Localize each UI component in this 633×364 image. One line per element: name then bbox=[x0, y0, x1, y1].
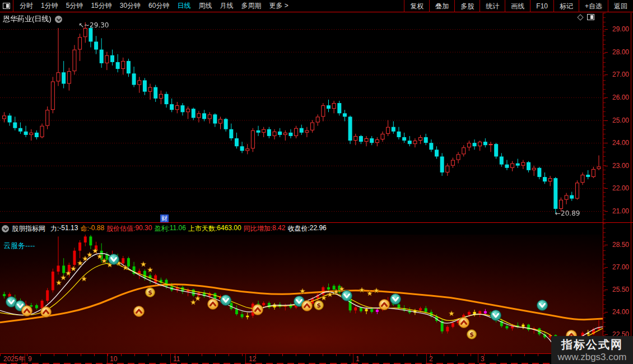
indicator-field-value: 8.42 bbox=[272, 224, 285, 234]
low-price-annotation: ←20.89 bbox=[555, 209, 580, 217]
indicator-field-label: 力: bbox=[50, 224, 59, 234]
indicator-field-value: 11.06 bbox=[170, 224, 186, 234]
action-menu-item[interactable]: F10 bbox=[530, 0, 553, 12]
period-menu-item[interactable]: 更多 > bbox=[265, 1, 292, 11]
price-scale: 29.0028.0027.0026.0025.0024.0023.0022.00… bbox=[603, 13, 633, 353]
chart-corner-icons bbox=[578, 14, 594, 20]
pane-divider bbox=[0, 222, 633, 223]
period-menu-item[interactable]: 5分钟 bbox=[62, 1, 87, 11]
axis-month-label: 10 bbox=[110, 354, 117, 363]
indicator-field-value: 6463.00 bbox=[217, 224, 241, 234]
split-pane-icon[interactable] bbox=[587, 14, 594, 20]
period-menu-item[interactable]: 15分钟 bbox=[87, 1, 115, 11]
main-scale-label: 26.00 bbox=[604, 93, 629, 102]
peak-price-annotation: ↖~29.30 bbox=[78, 21, 109, 29]
action-menu-item[interactable]: 返回 bbox=[608, 0, 633, 12]
main-scale-label: 21.00 bbox=[604, 207, 629, 216]
axis-month-label: 2 bbox=[429, 354, 433, 363]
indicator-scale-label: 28.50 bbox=[604, 240, 629, 249]
chart-right-border bbox=[603, 13, 603, 363]
period-menu-item[interactable]: 多周期 bbox=[237, 1, 265, 11]
period-menu-item[interactable]: 日线 bbox=[173, 1, 194, 11]
indicator-field-label: 同比增加: bbox=[244, 224, 272, 234]
axis-month-label: 9 bbox=[28, 354, 32, 363]
action-menu-item[interactable]: 叠加 bbox=[429, 0, 454, 12]
axis-month-separator bbox=[107, 354, 108, 363]
top-menubar: 分时1分钟5分钟15分钟30分钟60分钟日线周线月线多周期更多 > 复权叠加多股… bbox=[0, 0, 633, 12]
action-menu-item[interactable]: 标记 bbox=[553, 0, 579, 12]
main-scale-label: 28.00 bbox=[604, 48, 629, 57]
news-tag[interactable]: 财 bbox=[160, 214, 169, 222]
indicator-field: 上市天数: 6463.00 bbox=[188, 224, 241, 234]
symbol-name: 恩华药业(日线) bbox=[3, 14, 52, 24]
divider bbox=[13, 0, 13, 12]
main-scale-label: 27.00 bbox=[604, 70, 629, 79]
axis-month-separator bbox=[245, 354, 246, 363]
indicator-field-label: 收盘价: bbox=[287, 224, 309, 234]
period-menu-item[interactable]: 月线 bbox=[216, 1, 237, 11]
action-menu-item[interactable]: 多股 bbox=[454, 0, 480, 12]
split-pane-icon[interactable] bbox=[3, 3, 10, 9]
main-scale-label: 24.00 bbox=[604, 138, 629, 147]
watermark-url: www.zbgs3.com bbox=[558, 351, 627, 363]
period-menu: 分时1分钟5分钟15分钟30分钟60分钟日线周线月线多周期更多 > bbox=[16, 1, 292, 11]
main-candlestick-chart[interactable] bbox=[0, 13, 603, 222]
indicator-field: 同比增加: 8.42 bbox=[244, 224, 286, 234]
axis-month-separator bbox=[170, 354, 171, 363]
action-menu-item[interactable]: +自选 bbox=[579, 0, 608, 12]
action-menu: 复权叠加多股统计画线F10标记+自选返回 bbox=[404, 0, 633, 12]
axis-month-label: 1 bbox=[356, 354, 360, 363]
diamond-icon[interactable] bbox=[577, 14, 583, 20]
indicator-values: 力: -51.13命: -0.88股价估值: 90.30盈利: 11.06上市天… bbox=[48, 224, 327, 234]
indicator-field-label: 上市天数: bbox=[188, 224, 217, 234]
axis-month-separator bbox=[426, 354, 427, 363]
period-menu-item[interactable]: 30分钟 bbox=[116, 1, 145, 11]
indicator-header: 股朋指标网 力: -51.13命: -0.88股价估值: 90.30盈利: 11… bbox=[2, 223, 603, 234]
axis-month-separator bbox=[478, 354, 478, 363]
time-axis: 2025年 9101112123 bbox=[0, 353, 603, 363]
indicator-field-label: 命: bbox=[80, 224, 89, 234]
indicator-field: 力: -51.13 bbox=[50, 224, 78, 234]
action-menu-item[interactable]: 复权 bbox=[404, 0, 429, 12]
app-window: 分时1分钟5分钟15分钟30分钟60分钟日线周线月线多周期更多 > 复权叠加多股… bbox=[0, 0, 633, 364]
main-scale-label: 22.00 bbox=[604, 184, 629, 193]
axis-year-label: 2025年 bbox=[3, 354, 25, 363]
main-scale-label: 23.00 bbox=[604, 161, 629, 170]
watermark-site-name: 指标公式网 bbox=[561, 338, 623, 351]
indicator-field-value: -0.88 bbox=[89, 224, 104, 234]
action-menu-item[interactable]: 统计 bbox=[480, 0, 505, 12]
indicator-field-label: 股价估值: bbox=[106, 224, 135, 234]
axis-month-separator bbox=[25, 354, 25, 363]
period-menu-item[interactable]: 1分钟 bbox=[37, 1, 62, 11]
indicator-chart[interactable] bbox=[0, 235, 603, 353]
symbol-header: 恩华药业(日线) bbox=[3, 14, 62, 24]
chevron-down-icon[interactable] bbox=[2, 225, 9, 232]
indicator-field-value: 90.30 bbox=[135, 224, 152, 234]
indicator-field-label: 盈利: bbox=[154, 224, 169, 234]
indicator-field: 收盘价: 22.96 bbox=[287, 224, 326, 234]
watermark: 指标公式网 www.zbgs3.com bbox=[551, 336, 633, 364]
period-menu-item[interactable]: 周线 bbox=[194, 1, 216, 11]
indicator-scale-label: 24.00 bbox=[604, 307, 629, 316]
indicator-field: 股价估值: 90.30 bbox=[106, 224, 152, 234]
axis-month-label: 11 bbox=[173, 354, 180, 363]
period-menu-item[interactable]: 60分钟 bbox=[145, 1, 173, 11]
indicator-scale-label: 27.00 bbox=[604, 263, 629, 272]
indicator-field-value: -51.13 bbox=[59, 224, 78, 234]
period-menu-item[interactable]: 分时 bbox=[16, 1, 37, 11]
indicator-field: 盈利: 11.06 bbox=[154, 224, 185, 234]
chevron-down-icon[interactable] bbox=[55, 16, 62, 23]
main-scale-label: 29.00 bbox=[604, 25, 629, 34]
axis-month-label: 12 bbox=[249, 354, 256, 363]
indicator-field-value: 22.96 bbox=[310, 224, 327, 234]
indicator-name: 股朋指标网 bbox=[12, 224, 45, 234]
indicator-field: 命: -0.88 bbox=[80, 224, 104, 234]
main-scale-label: 25.00 bbox=[604, 116, 629, 125]
axis-month-separator bbox=[353, 354, 353, 363]
axis-month-label: 3 bbox=[481, 354, 485, 363]
scale-right-border bbox=[631, 13, 631, 363]
action-menu-item[interactable]: 画线 bbox=[505, 0, 530, 12]
indicator-scale-label: 25.50 bbox=[604, 285, 629, 294]
cloud-service-label: 云服务---- bbox=[3, 241, 35, 251]
